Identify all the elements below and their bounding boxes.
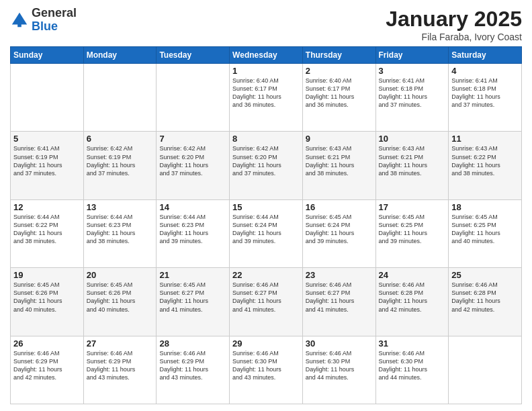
day-number: 23 bbox=[306, 270, 373, 280]
calendar-cell: 7Sunrise: 6:42 AM Sunset: 6:20 PM Daylig… bbox=[157, 132, 230, 199]
day-info: Sunrise: 6:46 AM Sunset: 6:29 PM Dayligh… bbox=[13, 349, 81, 382]
week-row-3: 12Sunrise: 6:44 AM Sunset: 6:22 PM Dayli… bbox=[11, 199, 522, 267]
calendar-cell: 15Sunrise: 6:44 AM Sunset: 6:24 PM Dayli… bbox=[230, 199, 303, 267]
day-info: Sunrise: 6:41 AM Sunset: 6:18 PM Dayligh… bbox=[379, 77, 446, 109]
calendar-cell: 14Sunrise: 6:44 AM Sunset: 6:23 PM Dayli… bbox=[157, 199, 230, 267]
calendar-cell: 26Sunrise: 6:46 AM Sunset: 6:29 PM Dayli… bbox=[11, 336, 84, 404]
day-number: 21 bbox=[159, 270, 226, 280]
calendar-cell: 10Sunrise: 6:43 AM Sunset: 6:21 PM Dayli… bbox=[375, 132, 449, 199]
day-number: 29 bbox=[232, 338, 300, 349]
calendar-cell: 31Sunrise: 6:46 AM Sunset: 6:30 PM Dayli… bbox=[375, 336, 449, 404]
day-number: 22 bbox=[232, 270, 300, 280]
calendar-cell: 1Sunrise: 6:40 AM Sunset: 6:17 PM Daylig… bbox=[230, 64, 303, 132]
calendar-cell: 8Sunrise: 6:42 AM Sunset: 6:20 PM Daylig… bbox=[230, 132, 303, 199]
weekday-header-friday: Friday bbox=[375, 47, 449, 64]
day-number: 26 bbox=[13, 338, 81, 349]
calendar-cell: 6Sunrise: 6:42 AM Sunset: 6:19 PM Daylig… bbox=[83, 132, 157, 199]
day-info: Sunrise: 6:42 AM Sunset: 6:20 PM Dayligh… bbox=[159, 144, 226, 177]
day-info: Sunrise: 6:46 AM Sunset: 6:30 PM Dayligh… bbox=[306, 349, 373, 382]
day-number: 1 bbox=[232, 66, 300, 76]
day-info: Sunrise: 6:46 AM Sunset: 6:27 PM Dayligh… bbox=[306, 281, 373, 314]
logo-blue: Blue bbox=[32, 20, 77, 34]
calendar-cell: 28Sunrise: 6:46 AM Sunset: 6:29 PM Dayli… bbox=[157, 336, 230, 404]
day-info: Sunrise: 6:46 AM Sunset: 6:28 PM Dayligh… bbox=[379, 281, 446, 314]
weekday-header-wednesday: Wednesday bbox=[230, 47, 303, 64]
day-number: 13 bbox=[87, 202, 154, 212]
week-row-2: 5Sunrise: 6:41 AM Sunset: 6:19 PM Daylig… bbox=[11, 132, 522, 199]
weekday-header-thursday: Thursday bbox=[302, 47, 375, 64]
calendar-cell: 24Sunrise: 6:46 AM Sunset: 6:28 PM Dayli… bbox=[375, 268, 449, 336]
day-info: Sunrise: 6:45 AM Sunset: 6:26 PM Dayligh… bbox=[87, 281, 154, 314]
svg-rect-1 bbox=[17, 22, 21, 27]
logo: General Blue bbox=[10, 7, 77, 34]
day-number: 15 bbox=[232, 202, 300, 212]
logo-text: General Blue bbox=[32, 7, 77, 34]
calendar-cell bbox=[157, 64, 230, 132]
weekday-header-sunday: Sunday bbox=[11, 47, 84, 64]
day-info: Sunrise: 6:40 AM Sunset: 6:17 PM Dayligh… bbox=[306, 77, 373, 109]
day-info: Sunrise: 6:45 AM Sunset: 6:26 PM Dayligh… bbox=[13, 281, 81, 314]
day-number: 12 bbox=[13, 202, 81, 212]
calendar-cell: 27Sunrise: 6:46 AM Sunset: 6:29 PM Dayli… bbox=[83, 336, 157, 404]
title-block: January 2025 Fila Faraba, Ivory Coast bbox=[386, 7, 522, 42]
calendar-cell: 19Sunrise: 6:45 AM Sunset: 6:26 PM Dayli… bbox=[11, 268, 84, 336]
calendar-cell bbox=[449, 336, 522, 404]
day-number: 4 bbox=[451, 66, 519, 76]
week-row-1: 1Sunrise: 6:40 AM Sunset: 6:17 PM Daylig… bbox=[11, 64, 522, 132]
weekday-header-saturday: Saturday bbox=[449, 47, 522, 64]
calendar-cell: 29Sunrise: 6:46 AM Sunset: 6:30 PM Dayli… bbox=[230, 336, 303, 404]
week-row-4: 19Sunrise: 6:45 AM Sunset: 6:26 PM Dayli… bbox=[11, 268, 522, 336]
day-number: 19 bbox=[13, 270, 81, 280]
day-number: 18 bbox=[451, 202, 519, 212]
day-number: 14 bbox=[159, 202, 226, 212]
day-info: Sunrise: 6:41 AM Sunset: 6:18 PM Dayligh… bbox=[451, 77, 519, 109]
main-title: January 2025 bbox=[386, 7, 522, 32]
day-number: 7 bbox=[159, 134, 226, 144]
logo-general: General bbox=[32, 7, 77, 20]
calendar-cell: 23Sunrise: 6:46 AM Sunset: 6:27 PM Dayli… bbox=[302, 268, 375, 336]
calendar-cell: 12Sunrise: 6:44 AM Sunset: 6:22 PM Dayli… bbox=[11, 199, 84, 267]
calendar-cell: 25Sunrise: 6:46 AM Sunset: 6:28 PM Dayli… bbox=[449, 268, 522, 336]
day-info: Sunrise: 6:43 AM Sunset: 6:21 PM Dayligh… bbox=[306, 144, 373, 177]
subtitle: Fila Faraba, Ivory Coast bbox=[386, 32, 522, 42]
weekday-header-monday: Monday bbox=[83, 47, 157, 64]
day-info: Sunrise: 6:42 AM Sunset: 6:19 PM Dayligh… bbox=[87, 144, 154, 177]
day-number: 20 bbox=[87, 270, 154, 280]
day-number: 24 bbox=[379, 270, 446, 280]
logo-icon bbox=[10, 11, 29, 30]
day-info: Sunrise: 6:44 AM Sunset: 6:23 PM Dayligh… bbox=[159, 213, 226, 246]
calendar-cell: 30Sunrise: 6:46 AM Sunset: 6:30 PM Dayli… bbox=[302, 336, 375, 404]
day-info: Sunrise: 6:42 AM Sunset: 6:20 PM Dayligh… bbox=[232, 144, 300, 177]
header: General Blue January 2025 Fila Faraba, I… bbox=[10, 7, 522, 42]
calendar-cell: 21Sunrise: 6:45 AM Sunset: 6:27 PM Dayli… bbox=[157, 268, 230, 336]
weekday-header-row: SundayMondayTuesdayWednesdayThursdayFrid… bbox=[11, 47, 522, 64]
day-number: 8 bbox=[232, 134, 300, 144]
day-number: 6 bbox=[87, 134, 154, 144]
day-number: 25 bbox=[451, 270, 519, 280]
day-number: 3 bbox=[379, 66, 446, 76]
calendar-cell: 13Sunrise: 6:44 AM Sunset: 6:23 PM Dayli… bbox=[83, 199, 157, 267]
day-info: Sunrise: 6:45 AM Sunset: 6:25 PM Dayligh… bbox=[451, 213, 519, 246]
day-info: Sunrise: 6:45 AM Sunset: 6:27 PM Dayligh… bbox=[159, 281, 226, 314]
calendar-cell: 22Sunrise: 6:46 AM Sunset: 6:27 PM Dayli… bbox=[230, 268, 303, 336]
day-info: Sunrise: 6:43 AM Sunset: 6:22 PM Dayligh… bbox=[451, 144, 519, 177]
calendar-cell: 18Sunrise: 6:45 AM Sunset: 6:25 PM Dayli… bbox=[449, 199, 522, 267]
calendar-cell bbox=[83, 64, 157, 132]
day-info: Sunrise: 6:46 AM Sunset: 6:30 PM Dayligh… bbox=[379, 349, 446, 382]
calendar-table: SundayMondayTuesdayWednesdayThursdayFrid… bbox=[10, 46, 522, 404]
calendar-cell: 9Sunrise: 6:43 AM Sunset: 6:21 PM Daylig… bbox=[302, 132, 375, 199]
day-info: Sunrise: 6:40 AM Sunset: 6:17 PM Dayligh… bbox=[232, 77, 300, 109]
day-info: Sunrise: 6:45 AM Sunset: 6:25 PM Dayligh… bbox=[379, 213, 446, 246]
calendar-cell: 17Sunrise: 6:45 AM Sunset: 6:25 PM Dayli… bbox=[375, 199, 449, 267]
calendar-cell: 16Sunrise: 6:45 AM Sunset: 6:24 PM Dayli… bbox=[302, 199, 375, 267]
page: General Blue January 2025 Fila Faraba, I… bbox=[0, 0, 532, 411]
day-info: Sunrise: 6:44 AM Sunset: 6:24 PM Dayligh… bbox=[232, 213, 300, 246]
day-number: 16 bbox=[306, 202, 373, 212]
calendar-cell bbox=[11, 64, 84, 132]
day-info: Sunrise: 6:46 AM Sunset: 6:27 PM Dayligh… bbox=[232, 281, 300, 314]
calendar-cell: 2Sunrise: 6:40 AM Sunset: 6:17 PM Daylig… bbox=[302, 64, 375, 132]
weekday-header-tuesday: Tuesday bbox=[157, 47, 230, 64]
day-info: Sunrise: 6:46 AM Sunset: 6:29 PM Dayligh… bbox=[87, 349, 154, 382]
day-number: 28 bbox=[159, 338, 226, 349]
day-number: 9 bbox=[306, 134, 373, 144]
